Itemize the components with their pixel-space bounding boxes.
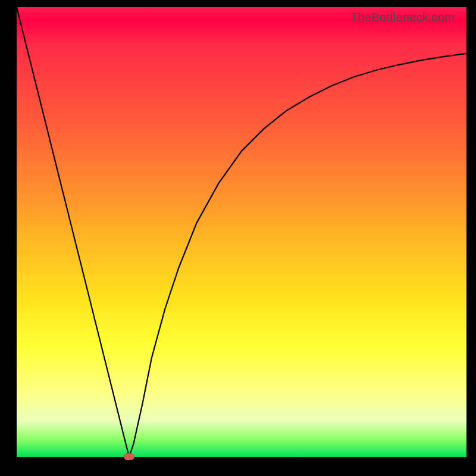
bottleneck-curve bbox=[17, 7, 466, 457]
plot-area: TheBottleneck.com bbox=[17, 7, 466, 457]
minimum-marker bbox=[124, 453, 134, 460]
chart-frame: TheBottleneck.com bbox=[0, 0, 476, 476]
